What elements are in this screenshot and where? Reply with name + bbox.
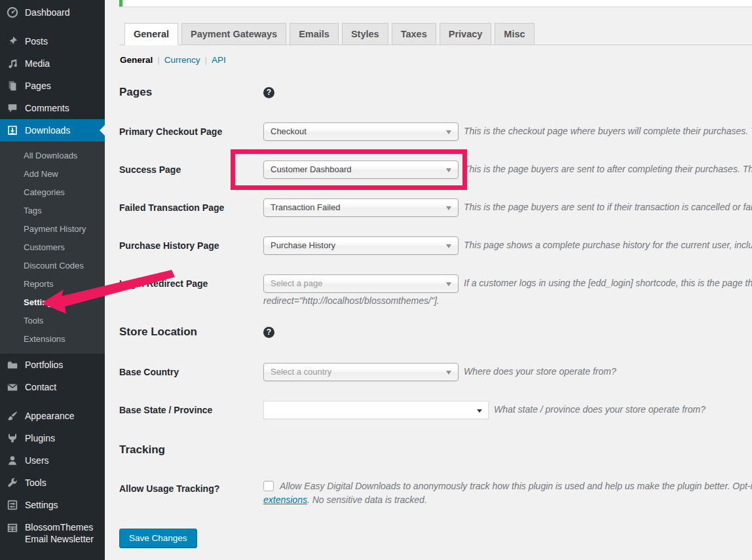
field-label: Success Page [119,164,181,175]
form-row-base-country: Base Country Select a country Where does… [119,363,752,392]
save-changes-button[interactable]: Save Changes [119,529,197,548]
purchase-history-select[interactable]: Purchase History [263,236,459,255]
tab-styles[interactable]: Styles [342,23,388,45]
help-icon[interactable]: ? [263,327,274,338]
section-heading-pages: Pages [119,86,152,99]
subnav-separator: | [205,55,208,65]
field-label: Login Redirect Page [119,278,208,289]
folder-icon [6,358,19,371]
success-page-select[interactable]: Customer Dashboard [263,160,459,179]
submenu-item-tools[interactable]: Tools [0,312,105,330]
form-row-success-page: Success Page Customer Dashboard This is … [119,160,752,189]
sidebar-item-plugins[interactable]: Plugins [0,427,105,449]
sidebar-item-collapse-menu[interactable]: Collapse menu [0,554,105,560]
settings-subnav: General|Currency|API [120,55,226,65]
media-icon [6,57,19,70]
base-state-select[interactable] [263,401,489,419]
brush-icon [6,409,19,422]
submenu-item-all-downloads[interactable]: All Downloads [0,147,105,165]
tracking-description-line1: Allow Easy Digital Downloads to anonymou… [280,481,752,491]
field-description: If a customer logs in using the [edd_log… [464,278,752,288]
submenu-item-tags[interactable]: Tags [0,202,105,220]
sidebar-item-pages[interactable]: Pages [0,75,105,97]
subnav-api[interactable]: API [212,55,226,65]
field-label: Purchase History Page [119,240,219,251]
field-description: This page shows a complete purchase hist… [464,240,752,250]
chevron-down-icon [446,244,451,248]
subnav-separator: | [157,55,160,65]
pages-icon [6,79,19,92]
chevron-down-icon [446,130,451,134]
tab-privacy[interactable]: Privacy [440,23,492,45]
field-description: What state / province does your store op… [494,404,705,415]
field-label: Base State / Province [119,405,212,415]
sidebar-item-downloads[interactable]: Downloads [0,119,105,141]
tab-emails[interactable]: Emails [290,23,339,45]
field-label: Failed Transaction Page [119,202,224,213]
tab-taxes[interactable]: Taxes [392,23,436,45]
primary-checkout-select[interactable]: Checkout [263,122,459,141]
submenu-item-categories[interactable]: Categories [0,183,105,202]
user-icon [6,454,19,467]
subnav-currency[interactable]: Currency [164,55,200,65]
usage-tracking-checkbox[interactable] [263,481,274,491]
form-row-usage-tracking: Allow Usage Tracking? Allow Easy Digital… [119,479,752,512]
envelope-icon [6,381,19,394]
field-description: Where does your store operate from? [464,366,616,377]
submenu-item-discount-codes[interactable]: Discount Codes [0,257,105,275]
sidebar-item-contact[interactable]: Contact [0,376,105,398]
help-icon[interactable]: ? [263,87,274,98]
sidebar-item-media[interactable]: Media [0,52,105,75]
failed-transaction-select[interactable]: Transaction Failed [263,198,459,217]
sidebar-item-settings[interactable]: Settings [0,494,105,516]
sidebar-item-users[interactable]: Users [0,449,105,472]
subnav-general[interactable]: General [120,55,153,65]
plug-icon [6,432,19,445]
downloads-submenu: All Downloads Add New Categories Tags Pa… [0,141,105,354]
dashboard-icon [6,6,19,19]
submenu-item-reports[interactable]: Reports [0,275,105,293]
field-description: This is the checkout page where buyers w… [464,126,752,136]
chevron-down-icon [446,371,451,375]
base-country-select[interactable]: Select a country [263,363,459,381]
sidebar-item-dashboard[interactable]: Dashboard [0,1,105,24]
settings-tab-bar: General Payment Gateways Emails Styles T… [119,22,752,45]
form-row-base-state: Base State / Province What state / provi… [119,401,752,430]
sidebar-item-posts[interactable]: Posts [0,30,105,52]
field-description-line2: redirect="http://localhost/blossomthemes… [263,295,440,306]
field-description: This is the page buyers are sent to if t… [464,202,752,212]
pin-icon [6,35,19,48]
sidebar-item-appearance[interactable]: Appearance [0,405,105,427]
section-heading-tracking: Tracking [119,443,165,457]
chevron-down-icon [477,409,482,413]
login-redirect-select[interactable]: Select a page [263,274,459,293]
sidebar-item-tools[interactable]: Tools [0,472,105,494]
field-description: This is the page buyers are sent to afte… [464,164,752,174]
submenu-item-extensions[interactable]: Extensions [0,330,105,348]
field-label: Base Country [119,367,179,377]
sidebar-item-comments[interactable]: Comments [0,97,105,119]
submenu-item-settings[interactable]: Settings [0,293,105,312]
wordpress-admin-page: Dashboard Posts Media Pages Comments [0,0,752,560]
chevron-down-icon [446,282,451,286]
form-row-login-redirect: Login Redirect Page Select a page If a c… [119,274,752,316]
submenu-item-customers[interactable]: Customers [0,238,105,257]
submenu-item-payment-history[interactable]: Payment History [0,220,105,238]
admin-notice-sliver [119,0,752,7]
extensions-link[interactable]: extensions [263,495,307,505]
wrench-icon [6,476,19,489]
field-label: Primary Checkout Page [119,126,222,137]
tab-payment-gateways[interactable]: Payment Gateways [181,23,286,45]
comment-icon [6,102,19,115]
sidebar-item-portfolios[interactable]: Portfolios [0,354,105,376]
submenu-item-add-new[interactable]: Add New [0,165,105,183]
newsletter-icon [6,521,19,534]
section-heading-store-location: Store Location [119,326,197,339]
form-row-failed-transaction: Failed Transaction Page Transaction Fail… [119,198,752,227]
tab-misc[interactable]: Misc [495,23,534,45]
sidebar-item-blossomthemes-newsletter[interactable]: BlossomThemes Email Newsletter [0,516,105,550]
chevron-down-icon [446,168,451,172]
tab-general[interactable]: General [124,23,178,45]
form-row-purchase-history: Purchase History Page Purchase History T… [119,236,752,265]
tracking-description-line2: extensions. No sensitive data is tracked… [263,495,427,505]
